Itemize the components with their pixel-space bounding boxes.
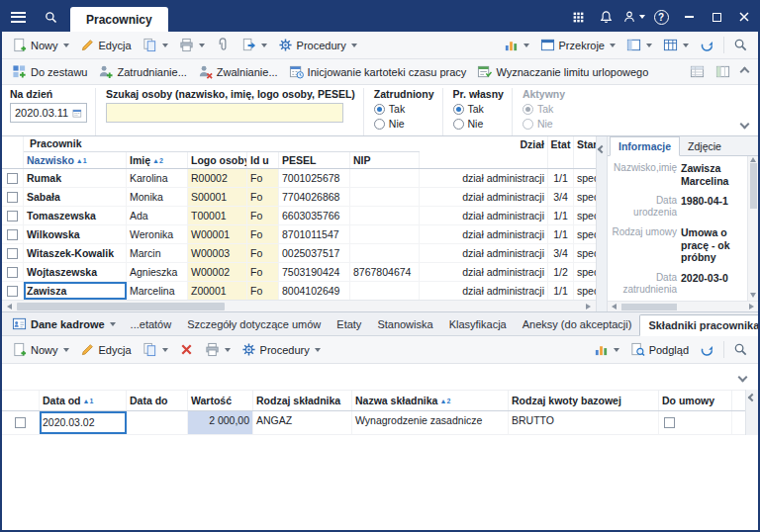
cell-data-od-selected[interactable]: 2020.03.02 bbox=[40, 411, 127, 434]
column-header-id[interactable]: Id u bbox=[247, 152, 279, 168]
cell-pesel[interactable]: 7001025678 bbox=[279, 169, 350, 187]
cell-pesel[interactable]: 7503190424 bbox=[279, 263, 350, 281]
print-button[interactable] bbox=[174, 36, 210, 54]
tab-stanowiska[interactable]: Stanowiska bbox=[369, 312, 440, 335]
radio-zatrudniony-nie[interactable]: Nie bbox=[374, 118, 434, 130]
cell-dzial[interactable]: dział administracji bbox=[420, 207, 548, 224]
column-header-rodzaj-kwoty[interactable]: Rodzaj kwoty bazowej bbox=[509, 391, 659, 410]
cell-dzial[interactable]: dział administracji bbox=[420, 169, 548, 187]
column-header-etat[interactable]: Etat bbox=[548, 136, 574, 168]
row-checkbox[interactable] bbox=[7, 248, 18, 259]
calendar-icon[interactable] bbox=[72, 107, 82, 120]
column-header-dzial[interactable]: Dział bbox=[420, 136, 548, 168]
copy-button[interactable] bbox=[138, 36, 173, 54]
cell-imie[interactable]: Karolina bbox=[127, 169, 188, 187]
cell-etat[interactable]: 3/4 bbox=[548, 188, 574, 206]
row-select-cell[interactable] bbox=[2, 169, 24, 187]
component-row[interactable]: 2020.03.02 2 000,00 ANGAZ Wynagrodzenie … bbox=[2, 411, 745, 435]
row-checkbox[interactable] bbox=[7, 267, 18, 278]
cell-nip[interactable] bbox=[350, 169, 420, 187]
employee-row[interactable]: Sabała Monika S00001 Fo 7704026868 dział… bbox=[2, 188, 596, 207]
radio-pr-wlasny-nie[interactable]: Nie bbox=[453, 118, 504, 130]
cell-nip[interactable]: 8767804674 bbox=[350, 263, 420, 281]
cell-data-do[interactable] bbox=[127, 411, 188, 434]
cell-id[interactable]: Fo bbox=[247, 169, 279, 187]
row-checkbox[interactable] bbox=[7, 211, 18, 222]
cell-stan[interactable]: spec bbox=[574, 282, 596, 300]
column-header-nip[interactable]: NIP bbox=[350, 152, 420, 168]
horizontal-scrollbar[interactable] bbox=[2, 300, 596, 311]
maximize-button[interactable] bbox=[703, 2, 730, 32]
edit-button[interactable]: Edycja bbox=[75, 36, 137, 54]
cell-dzial[interactable]: dział administracji bbox=[420, 263, 548, 281]
tab-aneksy[interactable]: Aneksy (do akceptacji) bbox=[515, 312, 640, 335]
row-checkbox[interactable] bbox=[7, 286, 18, 297]
column-header-logo-osoby[interactable]: Logo osoby bbox=[188, 152, 247, 168]
detail-print-button[interactable] bbox=[200, 340, 236, 359]
row-select-cell[interactable] bbox=[2, 225, 24, 243]
cell-stan[interactable]: spec bbox=[574, 244, 596, 262]
cell-id[interactable]: Fo bbox=[247, 244, 279, 262]
radio-pr-wlasny-tak[interactable]: Tak bbox=[453, 103, 504, 115]
cell-nip[interactable] bbox=[350, 188, 420, 206]
tab-szczegoly-umow[interactable]: Szczegóły dotyczące umów bbox=[179, 312, 329, 335]
cell-pesel[interactable]: 6603035766 bbox=[279, 207, 350, 224]
cell-stan[interactable]: spec bbox=[574, 263, 596, 281]
list-tool-button-2[interactable] bbox=[711, 62, 735, 81]
cell-etat[interactable]: 1/1 bbox=[548, 282, 574, 300]
tab-etaty[interactable]: Etaty bbox=[329, 312, 369, 335]
analysis-button[interactable] bbox=[499, 36, 534, 54]
cell-imie[interactable]: Marcin bbox=[127, 244, 188, 262]
cell-imie[interactable]: Monika bbox=[127, 188, 188, 206]
row-select-cell[interactable] bbox=[2, 188, 24, 206]
cell-id[interactable]: Fo bbox=[247, 263, 279, 281]
column-header-do-umowy[interactable]: Do umowy bbox=[659, 391, 732, 410]
notifications-button[interactable] bbox=[592, 2, 619, 32]
cell-logo-osoby[interactable]: W00003 bbox=[188, 244, 247, 262]
collapse-ribbon-button[interactable] bbox=[736, 66, 753, 77]
column-header-stan[interactable]: Stan bbox=[574, 136, 596, 168]
scrollbar-thumb[interactable] bbox=[17, 303, 225, 310]
cell-imie[interactable]: Ada bbox=[127, 207, 188, 224]
menu-button[interactable] bbox=[2, 2, 35, 32]
collapse-filter-button[interactable] bbox=[741, 118, 748, 130]
cell-nazwa-skladnika[interactable]: Wynagrodzenie zasadnicze bbox=[352, 411, 509, 434]
tab-informacje[interactable]: Informacje bbox=[610, 136, 680, 156]
row-select-cell[interactable] bbox=[2, 282, 24, 300]
scroll-left-button[interactable] bbox=[608, 302, 620, 311]
column-header-nazwa-skladnika[interactable]: Nazwa składnika▲2 bbox=[352, 391, 509, 410]
cell-logo-osoby[interactable]: W00002 bbox=[188, 263, 247, 281]
cell-do-umowy[interactable] bbox=[659, 411, 732, 434]
cell-nazwisko[interactable]: Tomaszewska bbox=[24, 207, 127, 224]
vacation-limit-button[interactable]: Wyznaczanie limitu urlopowego bbox=[472, 62, 653, 81]
cell-id[interactable]: Fo bbox=[247, 225, 279, 243]
close-button[interactable] bbox=[730, 2, 758, 32]
list-tool-button-1[interactable] bbox=[685, 62, 710, 81]
employee-row[interactable]: Rumak Karolina R00002 Fo 7001025678 dzia… bbox=[2, 169, 596, 188]
global-search-button[interactable] bbox=[35, 2, 67, 32]
row-checkbox[interactable] bbox=[7, 173, 18, 184]
row-checkbox[interactable] bbox=[7, 229, 18, 240]
cell-id[interactable]: Fo bbox=[247, 188, 279, 206]
column-header-rodzaj-skladnika[interactable]: Rodzaj składnika bbox=[253, 391, 352, 410]
preview-toggle-button[interactable]: Podgląd bbox=[625, 340, 694, 359]
cell-logo-osoby[interactable]: T00001 bbox=[188, 207, 247, 224]
cell-wartosc[interactable]: 2 000,00 bbox=[188, 411, 253, 434]
cell-nip[interactable] bbox=[350, 244, 420, 262]
detail-delete-button[interactable] bbox=[174, 340, 199, 359]
tab-etatow[interactable]: ...etatów bbox=[123, 312, 180, 335]
column-header-nazwisko[interactable]: Nazwisko▲1 bbox=[24, 152, 127, 168]
tab-zdjecie[interactable]: Zdjęcie bbox=[680, 136, 729, 155]
cell-dzial[interactable]: dział administracji bbox=[420, 244, 548, 262]
scrollbar-thumb[interactable] bbox=[621, 304, 677, 310]
radio-zatrudniony-tak[interactable]: Tak bbox=[374, 103, 434, 115]
cell-imie[interactable]: Marcelina bbox=[127, 282, 188, 300]
detail-search-button[interactable] bbox=[728, 340, 753, 359]
column-header-data-do[interactable]: Data do bbox=[127, 391, 188, 410]
scrollbar-thumb[interactable] bbox=[750, 163, 757, 209]
search-input[interactable] bbox=[106, 103, 343, 123]
detail-edit-button[interactable]: Edycja bbox=[75, 340, 137, 359]
hire-button[interactable]: Zatrudnianie... bbox=[93, 62, 191, 81]
cell-nazwisko[interactable]: Wojtaszewska bbox=[24, 263, 127, 281]
scroll-right-button[interactable] bbox=[582, 302, 595, 311]
